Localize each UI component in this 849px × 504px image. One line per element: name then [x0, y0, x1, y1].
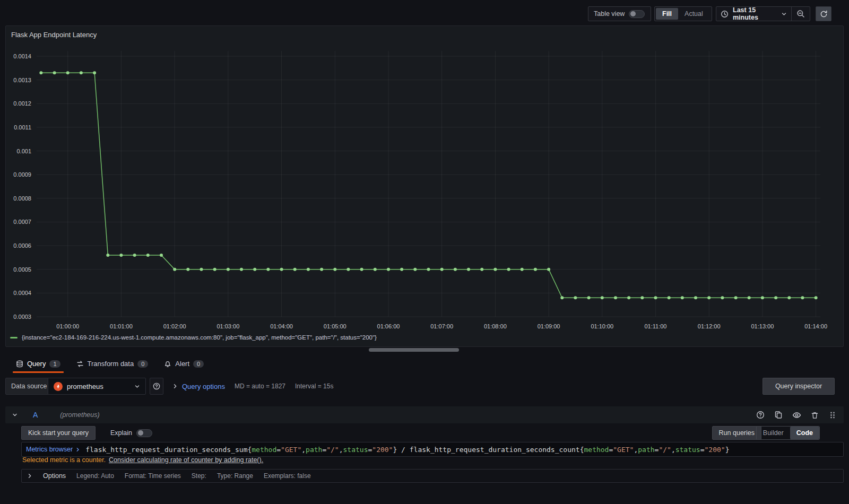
options-type: Type: Range: [217, 472, 253, 480]
datasource-help-button[interactable]: [150, 378, 163, 395]
editor-tabs: Query 1 Transform data 0 Alert 0: [0, 354, 849, 373]
database-icon: [16, 360, 23, 368]
question-circle-icon: [756, 411, 765, 419]
duplicate-query-button[interactable]: [774, 410, 783, 420]
counter-warning: Selected metric is a counter. Consider c…: [22, 456, 263, 464]
query-toolbar-row: Kick start your query Explain Run querie…: [21, 426, 844, 440]
copy-icon: [774, 411, 783, 419]
svg-text:0.0008: 0.0008: [13, 195, 31, 202]
explain-toggle[interactable]: [136, 429, 152, 437]
chevron-right-icon: [27, 473, 32, 479]
query-editor: Metrics browser flask_http_request_durat…: [21, 442, 844, 457]
query-help-button[interactable]: [756, 410, 765, 420]
prometheus-logo-icon: [54, 382, 63, 391]
query-row-header[interactable]: A (prometheus): [5, 406, 844, 423]
toggle-knob: [630, 11, 636, 16]
table-view-toggle[interactable]: [629, 10, 645, 18]
remove-query-button[interactable]: [810, 410, 819, 420]
svg-text:01:06:00: 01:06:00: [377, 323, 400, 329]
builder-code-group: Builder Code: [756, 426, 820, 440]
tab-transform-data[interactable]: Transform data 0: [71, 354, 154, 373]
actual-button[interactable]: Actual: [678, 8, 709, 20]
legend-swatch: [10, 337, 18, 338]
svg-text:0.0011: 0.0011: [14, 124, 31, 131]
timeseries-svg[interactable]: 01:00:0001:01:0001:02:0001:03:0001:04:00…: [6, 26, 844, 334]
svg-text:0.0003: 0.0003: [13, 314, 31, 320]
timeseries-panel: Flask App Endpoint Latency 01:00:0001:01…: [5, 25, 844, 347]
datasource-picker[interactable]: prometheus: [48, 378, 146, 395]
tab-label: Alert: [175, 360, 189, 368]
warning-text: Selected metric is a counter.: [22, 456, 106, 464]
options-label: Options: [43, 472, 66, 480]
time-picker-group: Last 15 minutes: [716, 6, 810, 21]
trash-icon: [811, 411, 819, 419]
svg-text:01:07:00: 01:07:00: [430, 323, 453, 329]
chevron-right-icon: [75, 447, 80, 452]
active-tab-underline: [13, 371, 64, 373]
svg-text:0.0005: 0.0005: [13, 266, 31, 273]
options-exemplars: Exemplars: false: [264, 472, 311, 480]
warning-rate-link[interactable]: Consider calculating rate of counter by …: [109, 456, 263, 464]
collapse-chevron-icon[interactable]: [12, 412, 18, 418]
interval-text: Interval = 15s: [295, 383, 333, 390]
tab-alert[interactable]: Alert 0: [159, 354, 209, 373]
svg-text:0.0009: 0.0009: [13, 171, 31, 178]
svg-text:0.0006: 0.0006: [13, 242, 31, 249]
svg-text:01:13:00: 01:13:00: [751, 323, 774, 329]
horizontal-scrollbar[interactable]: [369, 348, 459, 352]
query-inspector-button[interactable]: Query inspector: [763, 378, 835, 395]
table-view-label: Table view: [594, 10, 625, 18]
tab-query[interactable]: Query 1: [11, 354, 66, 373]
legend-series-name: {instance="ec2-184-169-216-224.us-west-1…: [22, 334, 377, 341]
code-button[interactable]: Code: [790, 427, 819, 439]
options-legend: Legend: Auto: [76, 472, 114, 480]
svg-text:0.0012: 0.0012: [13, 100, 31, 107]
hide-query-button[interactable]: [792, 410, 801, 420]
svg-text:01:09:00: 01:09:00: [538, 323, 560, 329]
metrics-browser-label: Metrics browser: [26, 446, 73, 453]
svg-text:01:00:00: 01:00:00: [56, 323, 79, 329]
svg-text:01:08:00: 01:08:00: [484, 323, 507, 329]
fill-actual-group: Fill Actual: [654, 6, 712, 21]
metrics-browser-button[interactable]: Metrics browser: [22, 446, 85, 453]
query-row-actions: [756, 410, 837, 420]
grip-dots-icon: [829, 411, 836, 419]
max-data-points-text: MD = auto = 1827: [235, 383, 285, 390]
panel-title: Flask App Endpoint Latency: [11, 31, 97, 39]
datasource-value: prometheus: [67, 383, 103, 390]
kick-start-query-button[interactable]: Kick start your query: [21, 426, 96, 440]
zoom-out-button[interactable]: [791, 7, 810, 21]
chevron-down-icon: [781, 11, 787, 17]
tab-label: Transform data: [88, 360, 134, 368]
chevron-right-icon: [172, 384, 178, 389]
builder-button[interactable]: Builder: [757, 427, 790, 439]
tab-badge: 0: [137, 360, 148, 368]
svg-text:01:04:00: 01:04:00: [270, 323, 293, 329]
query-expression[interactable]: flask_http_request_duration_seconds_sum{…: [85, 446, 729, 454]
tab-badge: 0: [193, 360, 204, 368]
refresh-button[interactable]: [816, 6, 831, 21]
time-range-label: Last 15 minutes: [733, 6, 777, 21]
svg-text:0.0007: 0.0007: [13, 219, 31, 225]
svg-text:0.0004: 0.0004: [13, 290, 31, 296]
drag-handle[interactable]: [828, 410, 837, 420]
toggle-knob: [138, 430, 143, 436]
query-options-summary[interactable]: Options Legend: Auto Format: Time series…: [21, 469, 844, 483]
chevron-down-icon: [134, 384, 140, 389]
explain-label: Explain: [110, 429, 132, 437]
time-range-picker[interactable]: Last 15 minutes: [716, 7, 791, 21]
explain-control: Explain: [110, 429, 152, 437]
svg-text:01:05:00: 01:05:00: [324, 323, 346, 329]
table-view-control: Table view: [588, 6, 651, 21]
eye-icon: [792, 411, 801, 420]
svg-text:0.0014: 0.0014: [13, 53, 31, 59]
svg-text:01:10:00: 01:10:00: [591, 323, 613, 329]
series-legend[interactable]: {instance="ec2-184-169-216-224.us-west-1…: [10, 334, 377, 341]
query-ref-id: A: [33, 411, 38, 419]
bell-icon: [164, 360, 171, 368]
fill-button[interactable]: Fill: [656, 8, 678, 20]
query-options-link[interactable]: Query options: [182, 383, 225, 390]
run-queries-button[interactable]: Run queries: [712, 426, 761, 440]
transform-icon: [76, 360, 84, 368]
options-format: Format: Time series: [125, 472, 181, 480]
